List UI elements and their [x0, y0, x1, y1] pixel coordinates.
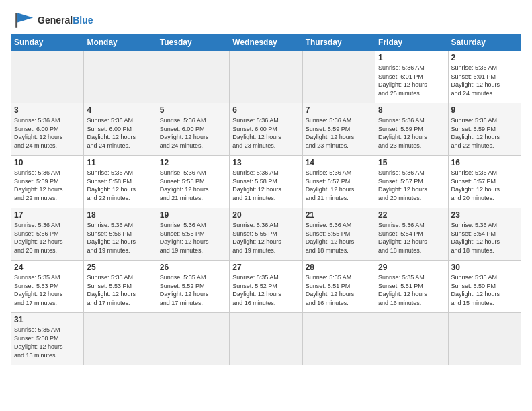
- day-info: Sunrise: 5:36 AM Sunset: 5:55 PM Dayligh…: [306, 221, 372, 255]
- calendar-cell: 15Sunrise: 5:36 AM Sunset: 5:57 PM Dayli…: [375, 156, 448, 208]
- day-info: Sunrise: 5:36 AM Sunset: 6:01 PM Dayligh…: [378, 64, 445, 97]
- calendar-cell: 22Sunrise: 5:36 AM Sunset: 5:54 PM Dayli…: [375, 208, 448, 261]
- calendar-cell: 11Sunrise: 5:36 AM Sunset: 5:58 PM Dayli…: [84, 156, 157, 208]
- day-info: Sunrise: 5:35 AM Sunset: 5:51 PM Dayligh…: [306, 273, 372, 307]
- day-info: Sunrise: 5:36 AM Sunset: 5:57 PM Dayligh…: [451, 169, 518, 202]
- day-info: Sunrise: 5:35 AM Sunset: 5:53 PM Dayligh…: [14, 273, 81, 307]
- day-info: Sunrise: 5:36 AM Sunset: 6:01 PM Dayligh…: [451, 64, 518, 97]
- day-number: 6: [232, 105, 299, 115]
- day-number: 8: [378, 105, 445, 115]
- calendar-cell: 2Sunrise: 5:36 AM Sunset: 6:01 PM Daylig…: [448, 51, 521, 103]
- calendar-week-6: 31Sunrise: 5:35 AM Sunset: 5:50 PM Dayli…: [11, 313, 521, 365]
- calendar-week-4: 17Sunrise: 5:36 AM Sunset: 5:56 PM Dayli…: [11, 208, 521, 261]
- calendar-cell: [230, 313, 302, 365]
- day-number: 22: [378, 210, 445, 220]
- day-number: 29: [378, 263, 445, 272]
- calendar-cell: 6Sunrise: 5:36 AM Sunset: 6:00 PM Daylig…: [230, 103, 302, 156]
- day-number: 12: [160, 158, 226, 167]
- day-number: 27: [232, 263, 299, 272]
- day-info: Sunrise: 5:35 AM Sunset: 5:50 PM Dayligh…: [14, 326, 81, 359]
- calendar-cell: 7Sunrise: 5:36 AM Sunset: 5:59 PM Daylig…: [302, 103, 375, 156]
- calendar-cell: 29Sunrise: 5:35 AM Sunset: 5:51 PM Dayli…: [375, 261, 448, 313]
- logo: GeneralBlue: [11, 11, 93, 30]
- calendar-header: SundayMondayTuesdayWednesdayThursdayFrid…: [11, 34, 521, 51]
- day-info: Sunrise: 5:35 AM Sunset: 5:51 PM Dayligh…: [378, 273, 445, 307]
- day-info: Sunrise: 5:36 AM Sunset: 5:59 PM Dayligh…: [451, 116, 518, 150]
- weekday-header-sunday: Sunday: [11, 34, 84, 51]
- day-number: 24: [14, 263, 81, 272]
- calendar-cell: [448, 313, 521, 365]
- calendar-cell: [302, 51, 375, 103]
- calendar-cell: 13Sunrise: 5:36 AM Sunset: 5:58 PM Dayli…: [230, 156, 302, 208]
- day-info: Sunrise: 5:36 AM Sunset: 5:59 PM Dayligh…: [378, 116, 445, 150]
- calendar-cell: 3Sunrise: 5:36 AM Sunset: 6:00 PM Daylig…: [11, 103, 84, 156]
- day-number: 23: [451, 210, 518, 220]
- weekday-header-friday: Friday: [375, 34, 448, 51]
- day-info: Sunrise: 5:36 AM Sunset: 6:00 PM Dayligh…: [14, 116, 81, 150]
- weekday-header-wednesday: Wednesday: [230, 34, 302, 51]
- calendar-cell: 17Sunrise: 5:36 AM Sunset: 5:56 PM Dayli…: [11, 208, 84, 261]
- day-info: Sunrise: 5:36 AM Sunset: 5:59 PM Dayligh…: [306, 116, 372, 150]
- day-number: 1: [378, 53, 445, 62]
- calendar-cell: 14Sunrise: 5:36 AM Sunset: 5:57 PM Dayli…: [302, 156, 375, 208]
- weekday-header-saturday: Saturday: [448, 34, 521, 51]
- day-info: Sunrise: 5:36 AM Sunset: 5:58 PM Dayligh…: [87, 169, 153, 202]
- calendar-cell: [84, 51, 157, 103]
- day-info: Sunrise: 5:35 AM Sunset: 5:52 PM Dayligh…: [232, 273, 299, 307]
- day-number: 28: [306, 263, 372, 272]
- calendar-cell: 24Sunrise: 5:35 AM Sunset: 5:53 PM Dayli…: [11, 261, 84, 313]
- calendar-cell: [11, 51, 84, 103]
- calendar-cell: 30Sunrise: 5:35 AM Sunset: 5:50 PM Dayli…: [448, 261, 521, 313]
- day-info: Sunrise: 5:35 AM Sunset: 5:52 PM Dayligh…: [160, 273, 226, 307]
- day-number: 14: [306, 158, 372, 167]
- calendar-cell: 5Sunrise: 5:36 AM Sunset: 6:00 PM Daylig…: [157, 103, 229, 156]
- calendar-cell: 31Sunrise: 5:35 AM Sunset: 5:50 PM Dayli…: [11, 313, 84, 365]
- day-info: Sunrise: 5:36 AM Sunset: 6:00 PM Dayligh…: [160, 116, 226, 150]
- day-number: 13: [232, 158, 299, 167]
- calendar-cell: [230, 51, 302, 103]
- calendar-cell: 1Sunrise: 5:36 AM Sunset: 6:01 PM Daylig…: [375, 51, 448, 103]
- calendar-cell: 23Sunrise: 5:36 AM Sunset: 5:54 PM Dayli…: [448, 208, 521, 261]
- calendar-week-3: 10Sunrise: 5:36 AM Sunset: 5:59 PM Dayli…: [11, 156, 521, 208]
- day-info: Sunrise: 5:36 AM Sunset: 5:57 PM Dayligh…: [378, 169, 445, 202]
- calendar-cell: [157, 313, 229, 365]
- day-info: Sunrise: 5:36 AM Sunset: 5:54 PM Dayligh…: [451, 221, 518, 255]
- calendar-cell: [84, 313, 157, 365]
- calendar-cell: 26Sunrise: 5:35 AM Sunset: 5:52 PM Dayli…: [157, 261, 229, 313]
- calendar-cell: 19Sunrise: 5:36 AM Sunset: 5:55 PM Dayli…: [157, 208, 229, 261]
- calendar-cell: 9Sunrise: 5:36 AM Sunset: 5:59 PM Daylig…: [448, 103, 521, 156]
- svg-marker-0: [17, 13, 33, 22]
- calendar-cell: 27Sunrise: 5:35 AM Sunset: 5:52 PM Dayli…: [230, 261, 302, 313]
- header: GeneralBlue: [11, 11, 521, 30]
- day-number: 17: [14, 210, 81, 220]
- calendar-cell: 20Sunrise: 5:36 AM Sunset: 5:55 PM Dayli…: [230, 208, 302, 261]
- day-info: Sunrise: 5:35 AM Sunset: 5:50 PM Dayligh…: [451, 273, 518, 307]
- logo-text: GeneralBlue: [38, 15, 93, 26]
- day-info: Sunrise: 5:35 AM Sunset: 5:53 PM Dayligh…: [87, 273, 153, 307]
- day-info: Sunrise: 5:36 AM Sunset: 5:55 PM Dayligh…: [232, 221, 299, 255]
- day-number: 16: [451, 158, 518, 167]
- calendar-cell: 16Sunrise: 5:36 AM Sunset: 5:57 PM Dayli…: [448, 156, 521, 208]
- day-info: Sunrise: 5:36 AM Sunset: 5:55 PM Dayligh…: [160, 221, 226, 255]
- day-number: 25: [87, 263, 153, 272]
- day-number: 18: [87, 210, 153, 220]
- weekday-header-thursday: Thursday: [302, 34, 375, 51]
- day-number: 20: [232, 210, 299, 220]
- day-info: Sunrise: 5:36 AM Sunset: 6:00 PM Dayligh…: [87, 116, 153, 150]
- day-number: 19: [160, 210, 226, 220]
- day-number: 9: [451, 105, 518, 115]
- day-info: Sunrise: 5:36 AM Sunset: 6:00 PM Dayligh…: [232, 116, 299, 150]
- day-number: 10: [14, 158, 81, 167]
- day-info: Sunrise: 5:36 AM Sunset: 5:54 PM Dayligh…: [378, 221, 445, 255]
- calendar-table: SundayMondayTuesdayWednesdayThursdayFrid…: [11, 34, 521, 365]
- calendar-cell: [157, 51, 229, 103]
- day-number: 30: [451, 263, 518, 272]
- calendar-cell: 25Sunrise: 5:35 AM Sunset: 5:53 PM Dayli…: [84, 261, 157, 313]
- day-number: 31: [14, 315, 81, 324]
- calendar-week-2: 3Sunrise: 5:36 AM Sunset: 6:00 PM Daylig…: [11, 103, 521, 156]
- calendar-cell: 18Sunrise: 5:36 AM Sunset: 5:56 PM Dayli…: [84, 208, 157, 261]
- calendar-cell: 8Sunrise: 5:36 AM Sunset: 5:59 PM Daylig…: [375, 103, 448, 156]
- day-number: 5: [160, 105, 226, 115]
- day-info: Sunrise: 5:36 AM Sunset: 5:57 PM Dayligh…: [306, 169, 372, 202]
- day-number: 3: [14, 105, 81, 115]
